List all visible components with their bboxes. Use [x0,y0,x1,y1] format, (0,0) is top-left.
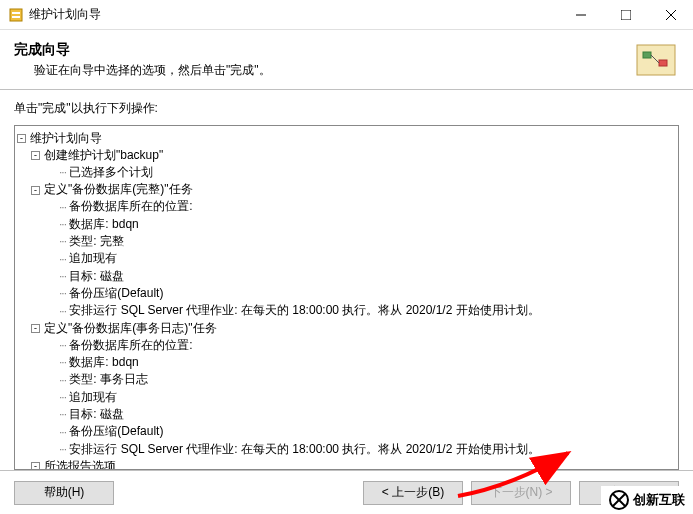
svg-rect-9 [659,60,667,66]
tree-item[interactable]: ··· 数据库: bdqn [17,216,676,233]
tree-item[interactable]: ··· 追加现有 [17,250,676,267]
back-button[interactable]: < 上一步(B) [363,481,463,505]
app-icon [8,7,24,23]
watermark-icon [609,490,629,510]
tree-item[interactable]: ··· 备份数据库所在的位置: [17,198,676,215]
window-controls [558,0,693,30]
minimize-button[interactable] [558,0,603,30]
close-button[interactable] [648,0,693,30]
svg-rect-1 [12,12,20,14]
title-left: 维护计划向导 [8,6,101,23]
button-bar: 帮助(H) < 上一步(B) 下一步(N) > 完成(E) [0,470,693,514]
collapse-icon[interactable]: - [17,134,26,143]
tree-item[interactable]: ··· 数据库: bdqn [17,354,676,371]
svg-rect-4 [621,10,631,20]
tree-item[interactable]: ··· 目标: 磁盘 [17,406,676,423]
window-title: 维护计划向导 [29,6,101,23]
content-area: 单击"完成"以执行下列操作: -维护计划向导 -创建维护计划"backup" ·… [0,90,693,470]
header-subtitle: 验证在向导中选择的选项，然后单击"完成"。 [34,62,271,79]
collapse-icon[interactable]: - [31,324,40,333]
tree-item[interactable]: ··· 追加现有 [17,389,676,406]
tree-item[interactable]: ··· 备份压缩(Default) [17,423,676,440]
tree-item-task2[interactable]: -定义"备份数据库(事务日志)"任务 [17,320,676,337]
tree-root[interactable]: -维护计划向导 [17,130,676,147]
header-title: 完成向导 [14,41,271,59]
tree-item[interactable]: ··· 安排运行 SQL Server 代理作业: 在每天的 18:00:00 … [17,441,676,458]
collapse-icon[interactable]: - [31,186,40,195]
next-button: 下一步(N) > [471,481,571,505]
svg-rect-0 [10,9,22,21]
header-text: 完成向导 验证在向导中选择的选项，然后单击"完成"。 [14,41,271,79]
help-button[interactable]: 帮助(H) [14,481,114,505]
title-bar: 维护计划向导 [0,0,693,30]
watermark-text: 创新互联 [633,491,685,509]
tree-item[interactable]: ··· 类型: 完整 [17,233,676,250]
tree-item[interactable]: ··· 目标: 磁盘 [17,268,676,285]
instruction-label: 单击"完成"以执行下列操作: [14,100,679,117]
tree-item[interactable]: ··· 安排运行 SQL Server 代理作业: 在每天的 18:00:00 … [17,302,676,319]
maximize-button[interactable] [603,0,648,30]
summary-tree[interactable]: -维护计划向导 -创建维护计划"backup" ··· 已选择多个计划 -定义"… [14,125,679,470]
svg-rect-2 [12,16,20,18]
tree-item-plan-selected[interactable]: ··· 已选择多个计划 [17,164,676,181]
tree-item[interactable]: ··· 备份数据库所在的位置: [17,337,676,354]
collapse-icon[interactable]: - [31,462,40,470]
tree-item[interactable]: ··· 备份压缩(Default) [17,285,676,302]
tree-item-report[interactable]: -所选报告选项 [17,458,676,470]
tree-item-create-plan[interactable]: -创建维护计划"backup" [17,147,676,164]
wizard-header: 完成向导 验证在向导中选择的选项，然后单击"完成"。 [0,30,693,90]
collapse-icon[interactable]: - [31,151,40,160]
svg-rect-8 [643,52,651,58]
wizard-icon [631,40,679,80]
tree-item[interactable]: ··· 类型: 事务日志 [17,371,676,388]
tree-item-task1[interactable]: -定义"备份数据库(完整)"任务 [17,181,676,198]
watermark: 创新互联 [601,486,693,514]
